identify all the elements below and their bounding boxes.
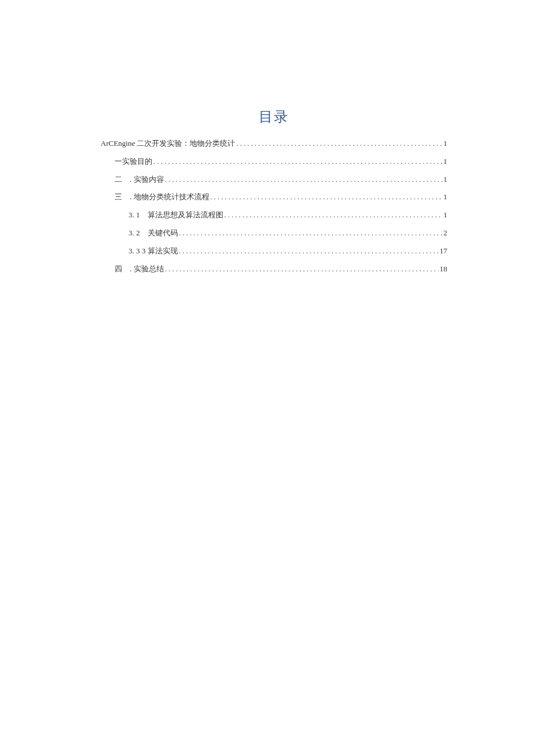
toc-page-number: 1 (443, 209, 448, 221)
toc-page-number: 2 (443, 227, 448, 239)
toc-label: 四 . 实验总结 (115, 263, 164, 275)
toc-entry: 二 . 实验内容 1 (101, 174, 447, 186)
toc-entry: 3. 1 算法思想及算法流程图 1 (101, 209, 447, 221)
toc-page-number: 1 (443, 156, 448, 168)
toc-page-number: 17 (438, 245, 447, 257)
toc-label: 3. 1 算法思想及算法流程图 (129, 209, 223, 221)
toc-leader-dots (235, 138, 442, 150)
toc-entry: 3. 3 3 算法实现 17 (101, 245, 447, 257)
toc-page-number: 18 (438, 263, 447, 275)
toc-leader-dots (209, 191, 443, 203)
toc-title: 目录 (101, 108, 447, 126)
document-page: 目录 ArCEngine 二次开发实验：地物分类统计 1 一实验目的 1 二 .… (0, 0, 535, 275)
toc-entry: 3. 2 关键代码 2 (101, 227, 447, 239)
toc-page-number: 1 (443, 191, 448, 203)
toc-entry: 四 . 实验总结 18 (101, 263, 447, 275)
toc-leader-dots (178, 227, 443, 239)
toc-label: 3. 3 3 算法实现 (129, 245, 178, 257)
toc-leader-dots (152, 156, 443, 168)
toc-label: 一实验目的 (115, 156, 152, 168)
toc-leader-dots (164, 174, 443, 186)
toc-label: 三 . 地物分类统计技术流程 (115, 191, 209, 203)
toc-entry: ArCEngine 二次开发实验：地物分类统计 1 (101, 138, 447, 150)
toc-leader-dots (178, 245, 439, 257)
toc-label: 二 . 实验内容 (115, 174, 164, 186)
toc-leader-dots (223, 209, 443, 221)
toc-label: ArCEngine 二次开发实验：地物分类统计 (101, 138, 235, 150)
toc-entry: 一实验目的 1 (101, 156, 447, 168)
toc-list: ArCEngine 二次开发实验：地物分类统计 1 一实验目的 1 二 . 实验… (101, 138, 447, 275)
toc-page-number: 1 (443, 174, 448, 186)
toc-label: 3. 2 关键代码 (129, 227, 178, 239)
toc-entry: 三 . 地物分类统计技术流程 1 (101, 191, 447, 203)
toc-leader-dots (164, 263, 439, 275)
toc-page-number: 1 (443, 138, 448, 150)
